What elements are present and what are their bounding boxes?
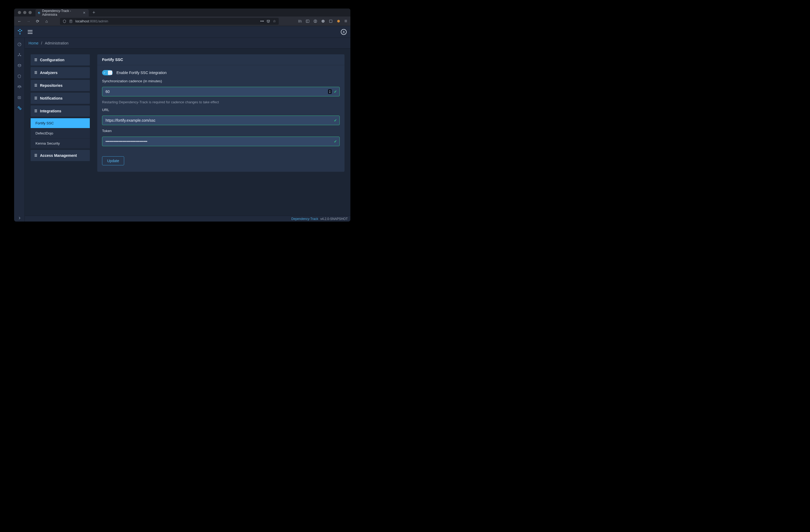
valid-check-icon: ✓ — [334, 139, 337, 144]
account-icon[interactable] — [313, 19, 317, 23]
svg-rect-9 — [18, 30, 19, 31]
nav-label: Analyzers — [40, 70, 58, 75]
nav-label: Notifications — [40, 96, 63, 100]
rail-administration[interactable] — [14, 103, 25, 113]
settings-panel: Fortify SSC ✓ Enable Fortify SSC integra… — [97, 54, 344, 172]
app-header — [14, 26, 351, 38]
svg-rect-7 — [329, 20, 332, 23]
rail-projects[interactable] — [14, 50, 25, 60]
app-body: Home / Administration ☰ Configuration ☰ … — [14, 38, 351, 221]
user-menu-button[interactable] — [341, 29, 347, 35]
breadcrumb-sep: / — [41, 41, 42, 45]
update-button[interactable]: Update — [102, 156, 124, 165]
sidebar-toggle-icon[interactable] — [306, 19, 310, 23]
nav-repositories[interactable]: ☰ Repositories — [31, 80, 90, 91]
library-icon[interactable] — [298, 19, 302, 23]
cadence-input[interactable] — [102, 87, 340, 96]
svg-rect-13 — [19, 33, 20, 34]
list-icon: ☰ — [34, 154, 37, 157]
nav-sub-defectdojo[interactable]: DefectDojo — [31, 128, 90, 138]
list-icon: ☰ — [34, 71, 37, 74]
new-tab-button[interactable]: + — [90, 10, 98, 15]
browser-tab[interactable]: ⎋ Dependency-Track - Administra ✕ — [35, 9, 89, 17]
rail-vulnerabilities[interactable] — [14, 71, 25, 81]
cadence-input-wrap: ▲▼ ✓ — [102, 87, 340, 96]
rail-policy[interactable] — [14, 93, 25, 102]
extension-b-icon[interactable] — [337, 19, 341, 23]
number-stepper[interactable]: ▲▼ — [328, 89, 332, 94]
nav-configuration[interactable]: ☰ Configuration — [31, 54, 90, 66]
bookmark-star-icon[interactable]: ☆ — [273, 19, 276, 23]
rail-licenses[interactable] — [14, 82, 25, 92]
extension-a-icon[interactable] — [329, 19, 333, 23]
forward-button[interactable]: → — [25, 18, 32, 25]
rail-dashboard[interactable] — [14, 39, 25, 49]
info-icon[interactable] — [321, 19, 325, 23]
url-input-wrap: ✓ — [102, 116, 340, 125]
hamburger-menu-icon[interactable]: ≡ — [344, 18, 347, 24]
breadcrumb: Home / Administration — [25, 38, 351, 48]
address-bar[interactable]: localhost:8081/admin ••• ☆ — [60, 18, 279, 25]
url-input[interactable] — [102, 116, 340, 125]
meatball-icon[interactable]: ••• — [260, 19, 264, 23]
breadcrumb-home[interactable]: Home — [29, 41, 38, 45]
page-info-icon — [69, 19, 73, 23]
nav-access-management[interactable]: ☰ Access Management — [31, 150, 90, 161]
nav-label: Configuration — [40, 58, 64, 62]
nav-sub-fortify-ssc[interactable]: Fortify SSC — [31, 118, 90, 128]
home-button[interactable]: ⌂ — [43, 18, 50, 25]
panel-title: Fortify SSC — [97, 54, 344, 65]
svg-rect-6 — [323, 20, 323, 20]
rail-expand-button[interactable] — [14, 216, 25, 220]
reload-button[interactable]: ⟳ — [34, 18, 41, 25]
browser-tab-bar: ⎋ Dependency-Track - Administra ✕ + — [14, 9, 351, 17]
enable-toggle-row: ✓ Enable Fortify SSC integration — [102, 70, 340, 76]
svg-point-20 — [18, 107, 19, 108]
enable-fortify-toggle[interactable]: ✓ — [102, 70, 113, 76]
nav-notifications[interactable]: ☰ Notifications — [31, 93, 90, 104]
back-button[interactable]: ← — [16, 18, 23, 25]
valid-check-icon: ✓ — [334, 118, 337, 122]
tab-title: Dependency-Track - Administra — [42, 9, 80, 17]
nav-label: Integrations — [40, 109, 61, 113]
svg-point-8 — [337, 20, 340, 23]
svg-rect-1 — [306, 20, 309, 23]
svg-point-16 — [19, 53, 20, 54]
minimize-window-dot[interactable] — [23, 11, 27, 14]
token-label: Token — [102, 129, 340, 133]
pocket-icon[interactable] — [266, 19, 270, 23]
sidebar-toggle-button[interactable] — [28, 30, 33, 34]
footer-product-link[interactable]: Dependency-Track — [291, 217, 318, 221]
svg-rect-12 — [21, 30, 22, 31]
close-tab-button[interactable]: ✕ — [82, 11, 86, 15]
enable-toggle-label: Enable Fortify SSC integration — [116, 70, 166, 75]
url-text: localhost:8081/admin — [76, 19, 108, 23]
app-logo-icon — [18, 29, 23, 35]
toolbar-right: ≡ — [296, 18, 349, 24]
rail-components[interactable] — [14, 61, 25, 70]
workspace: Home / Administration ☰ Configuration ☰ … — [25, 38, 351, 221]
close-window-dot[interactable] — [18, 11, 21, 14]
check-icon: ✓ — [103, 71, 106, 74]
url-label: URL — [102, 108, 340, 112]
admin-nav: ☰ Configuration ☰ Analyzers ☰ Repositori… — [31, 54, 90, 161]
valid-check-icon: ✓ — [334, 89, 337, 94]
nav-analyzers[interactable]: ☰ Analyzers — [31, 67, 90, 78]
svg-rect-5 — [323, 21, 323, 22]
nav-integrations-subgroup: Fortify SSC DefectDojo Kenna Security — [31, 118, 90, 148]
app-footer: Dependency-Track v4.2.0-SNAPSHOT — [25, 216, 351, 221]
cadence-label: Synchronization cadence (in minutes) — [102, 79, 340, 83]
nav-sub-kenna[interactable]: Kenna Security — [31, 138, 90, 148]
toggle-knob — [108, 70, 112, 75]
nav-integrations[interactable]: ☰ Integrations — [31, 105, 90, 117]
nav-label: Access Management — [40, 153, 77, 157]
nav-label: Repositories — [40, 83, 63, 88]
token-input[interactable] — [102, 137, 340, 146]
svg-point-15 — [18, 43, 21, 46]
svg-point-14 — [343, 31, 344, 32]
list-icon: ☰ — [34, 109, 37, 113]
list-icon: ☰ — [34, 84, 37, 87]
svg-rect-19 — [18, 96, 21, 99]
maximize-window-dot[interactable] — [29, 11, 32, 14]
list-icon: ☰ — [34, 96, 37, 100]
